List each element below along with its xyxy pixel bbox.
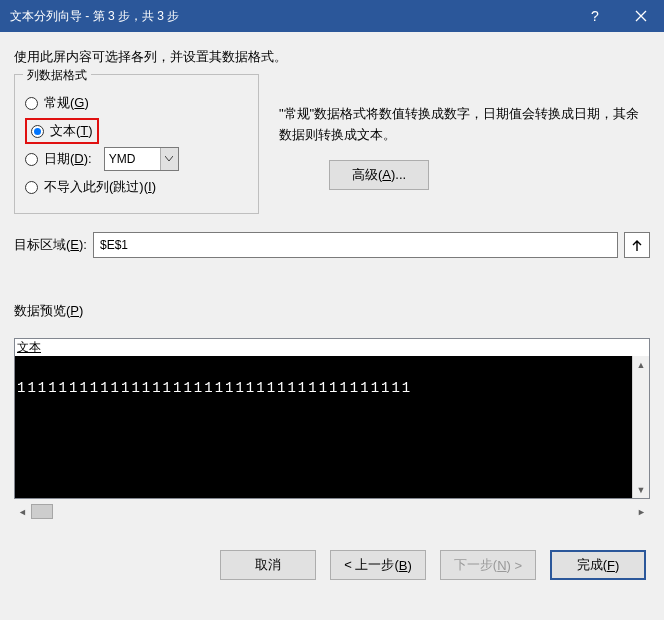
close-button[interactable] bbox=[618, 0, 664, 32]
range-icon bbox=[630, 238, 644, 252]
group-label: 列数据格式 bbox=[23, 67, 91, 84]
chevron-down-icon bbox=[160, 148, 178, 170]
range-select-button[interactable] bbox=[624, 232, 650, 258]
radio-general[interactable]: 常规(G) bbox=[25, 89, 248, 117]
scroll-down-icon: ▼ bbox=[633, 481, 649, 498]
scroll-left-icon: ◄ bbox=[14, 503, 31, 520]
radio-date[interactable]: 日期(D): YMD bbox=[25, 145, 248, 173]
radio-skip[interactable]: 不导入此列(跳过)(I) bbox=[25, 173, 248, 201]
radio-date-label: 日期(D): bbox=[44, 150, 92, 168]
finish-button[interactable]: 完成(F) bbox=[550, 550, 646, 580]
radio-text-label: 文本(T) bbox=[50, 122, 93, 140]
destination-row: 目标区域(E): bbox=[14, 232, 650, 258]
radio-general-label: 常规(G) bbox=[44, 94, 89, 112]
preview-data: 11111111111111111111111111111111111111 bbox=[15, 356, 632, 498]
next-button: 下一步(N) > bbox=[440, 550, 536, 580]
help-button[interactable]: ? bbox=[572, 0, 618, 32]
radio-text[interactable]: 文本(T) bbox=[25, 117, 248, 145]
destination-label: 目标区域(E): bbox=[14, 236, 87, 254]
scroll-right-icon: ► bbox=[633, 503, 650, 520]
scroll-up-icon: ▲ bbox=[633, 356, 649, 373]
radio-icon bbox=[25, 153, 38, 166]
radio-icon bbox=[31, 125, 44, 138]
column-format-group: 列数据格式 常规(G) 文本(T) 日期(D): YMD bbox=[14, 74, 259, 214]
description-area: "常规"数据格式将数值转换成数字，日期值会转换成日期，其余数据则转换成文本。 高… bbox=[279, 74, 650, 190]
horizontal-scrollbar[interactable]: ◄ ► bbox=[14, 503, 650, 520]
format-description: "常规"数据格式将数值转换成数字，日期值会转换成日期，其余数据则转换成文本。 bbox=[279, 104, 650, 146]
window-title: 文本分列向导 - 第 3 步，共 3 步 bbox=[10, 8, 572, 25]
dialog-content: 使用此屏内容可选择各列，并设置其数据格式。 列数据格式 常规(G) 文本(T) … bbox=[0, 32, 664, 590]
date-format-combo[interactable]: YMD bbox=[104, 147, 179, 171]
date-format-value: YMD bbox=[109, 152, 136, 166]
highlight-box: 文本(T) bbox=[25, 118, 99, 144]
titlebar: 文本分列向导 - 第 3 步，共 3 步 ? bbox=[0, 0, 664, 32]
button-row: 取消 < 上一步(B) 下一步(N) > 完成(F) bbox=[14, 550, 650, 580]
preview-label: 数据预览(P) bbox=[14, 302, 650, 320]
close-icon bbox=[635, 10, 647, 22]
cancel-button[interactable]: 取消 bbox=[220, 550, 316, 580]
radio-skip-label: 不导入此列(跳过)(I) bbox=[44, 178, 156, 196]
preview-column-header[interactable]: 文本 bbox=[15, 339, 649, 356]
destination-input[interactable] bbox=[93, 232, 618, 258]
radio-icon bbox=[25, 97, 38, 110]
preview-box: 文本 1111111111111111111111111111111111111… bbox=[14, 338, 650, 499]
back-button[interactable]: < 上一步(B) bbox=[330, 550, 426, 580]
vertical-scrollbar[interactable]: ▲ ▼ bbox=[632, 356, 649, 498]
radio-icon bbox=[25, 181, 38, 194]
instruction-text: 使用此屏内容可选择各列，并设置其数据格式。 bbox=[14, 42, 650, 74]
scroll-thumb[interactable] bbox=[31, 504, 53, 519]
preview-row: 11111111111111111111111111111111111111 bbox=[17, 380, 412, 396]
advanced-button[interactable]: 高级(A)... bbox=[329, 160, 429, 190]
